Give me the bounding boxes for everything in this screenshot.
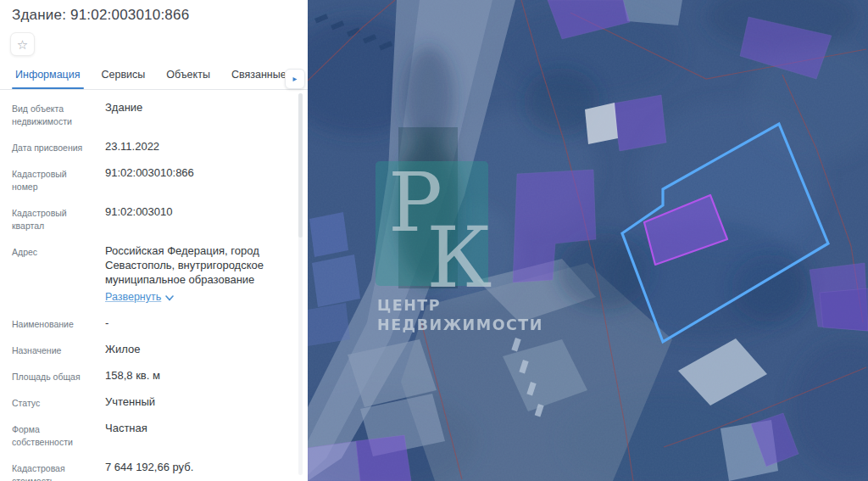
field-label: Вид объекта недвижимости [12,100,93,128]
field-total-area: Площадь общая 158,8 кв. м [12,368,293,383]
field-value: Жилое [105,342,293,356]
field-value: Учтенный [105,394,293,409]
field-name: Наименование - [12,316,293,331]
field-label: Форма собственности [12,421,93,449]
field-label: Площадь общая [12,368,93,383]
building-overlay[interactable] [308,441,360,481]
object-info-panel: Здание: 91:02:003010:866 ☆ Информация Се… [0,0,308,481]
chevron-down-icon [165,295,174,301]
watermark-caption-line1: ЦЕНТР [377,297,441,314]
field-value: 7 644 192,66 руб. [105,460,293,474]
building-overlay[interactable] [820,288,868,331]
field-label: Статус [12,394,93,410]
field-cadastral-number: Кадастровый номер 91:02:003010:866 [12,165,293,193]
field-value: Здание [105,100,293,115]
field-value: 23.11.2022 [105,139,293,154]
unregistered-roof [585,103,618,144]
field-value: Российская Федерация, город Севастополь,… [105,243,293,305]
building-overlay[interactable] [356,435,411,481]
field-status: Статус Учтенный [12,394,293,410]
app-window: Здание: 91:02:003010:866 ☆ Информация Се… [0,0,868,481]
chevron-right-icon: ▸ [292,75,297,83]
address-expand-link[interactable]: Развернуть [105,290,174,305]
field-label: Кадастровая стоимость [12,460,93,481]
field-ownership-form: Форма собственности Частная [12,421,293,449]
field-label: Назначение [12,342,93,357]
panel-scrollbar[interactable] [298,93,303,475]
expand-link-label: Развернуть [105,290,161,305]
field-label: Кадастровый квартал [12,204,93,232]
field-label: Кадастровый номер [12,165,93,193]
field-value: 158,8 кв. м [105,368,293,383]
address-text: Российская Федерация, город Севастополь,… [105,244,264,286]
field-assign-date: Дата присвоения 23.11.2022 [12,139,293,154]
field-label: Наименование [12,316,93,331]
field-cadastral-block: Кадастровый квартал 91:02:003010 [12,204,293,232]
building-overlay[interactable] [613,95,666,151]
star-icon: ☆ [17,38,28,51]
tabs-scroll-right-button[interactable]: ▸ [285,69,305,89]
field-purpose: Назначение Жилое [12,342,293,357]
attribute-list: Вид объекта недвижимости Здание Дата при… [12,100,293,481]
field-cadastral-value: Кадастровая стоимость 7 644 192,66 руб. [12,460,293,481]
field-value: Частная [105,421,293,435]
scrollbar-thumb[interactable] [298,93,303,238]
field-value: 91:02:003010 [105,204,293,219]
field-value: - [105,316,293,330]
tab-information[interactable]: Информация [15,69,81,89]
favorite-button[interactable]: ☆ [10,32,35,56]
cadastral-map[interactable]: Р К ЦЕНТР НЕДВИЖИМОСТИ [308,0,868,481]
tab-objects[interactable]: Объекты [166,69,210,89]
field-label: Адрес [12,243,93,259]
watermark-caption-line2: НЕДВИЖИМОСТИ [377,316,543,333]
field-object-type: Вид объекта недвижимости Здание [12,100,293,128]
tab-bar: Информация Сервисы Объекты Связанные ЗУ … [0,69,308,90]
field-label: Дата присвоения [12,139,93,154]
field-address: Адрес Российская Федерация, город Севаст… [12,243,293,305]
page-title: Здание: 91:02:003010:866 [12,7,292,24]
tab-services[interactable]: Сервисы [102,69,146,89]
watermark-logo-k: К [426,208,492,307]
field-value: 91:02:003010:866 [105,165,293,180]
